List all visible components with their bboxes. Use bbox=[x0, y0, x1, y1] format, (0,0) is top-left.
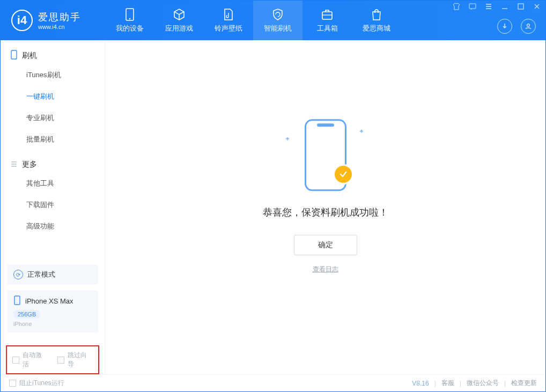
svg-point-5 bbox=[527, 24, 530, 27]
confirm-button[interactable]: 确定 bbox=[294, 235, 357, 255]
sidebar-item-batch-flash[interactable]: 批量刷机 bbox=[1, 129, 105, 150]
svg-rect-2 bbox=[322, 12, 332, 19]
minimize-icon[interactable] bbox=[500, 3, 509, 10]
header-actions bbox=[497, 19, 536, 34]
checkbox-block-itunes[interactable]: 阻止iTunes运行 bbox=[9, 379, 64, 388]
logo-icon: i4 bbox=[11, 10, 33, 31]
header-bar: i4 爱思助手 www.i4.cn 我的设备 应用游戏 铃声壁纸 智能刷机 工具… bbox=[1, 1, 545, 40]
sidebar-item-itunes-flash[interactable]: iTunes刷机 bbox=[1, 64, 105, 86]
nav-tab-apps-games[interactable]: 应用游戏 bbox=[154, 1, 204, 40]
svg-rect-6 bbox=[11, 50, 17, 59]
window-controls bbox=[452, 3, 541, 10]
music-file-icon bbox=[222, 8, 235, 21]
device-name: iPhone XS Max bbox=[25, 297, 73, 305]
nav-tabs: 我的设备 应用游戏 铃声壁纸 智能刷机 工具箱 爱思商城 bbox=[105, 1, 401, 40]
app-domain: www.i4.cn bbox=[38, 24, 81, 30]
nav-tab-my-device[interactable]: 我的设备 bbox=[105, 1, 154, 40]
status-link-update[interactable]: 检查更新 bbox=[511, 379, 537, 388]
success-illustration: ✦ ✦ bbox=[283, 119, 368, 194]
content-area: ✦ ✦ 恭喜您，保资料刷机成功啦！ 确定 查看日志 bbox=[105, 40, 545, 374]
sidebar-header-flash: 刷机 bbox=[1, 50, 105, 64]
main-area: 刷机 iTunes刷机 一键刷机 专业刷机 批量刷机 更多 其他工具 下载固件 … bbox=[1, 40, 545, 374]
briefcase-icon bbox=[320, 8, 334, 21]
checkbox-skip-guide[interactable]: 跳过向导 bbox=[57, 351, 93, 369]
device-card[interactable]: iPhone XS Max 256GB iPhone bbox=[7, 290, 98, 332]
svg-rect-7 bbox=[14, 296, 20, 305]
version-label: V8.16 bbox=[412, 380, 429, 387]
svg-rect-3 bbox=[469, 4, 476, 9]
shield-refresh-icon bbox=[271, 8, 285, 21]
svg-rect-4 bbox=[518, 4, 523, 9]
checkbox-icon bbox=[9, 380, 16, 387]
account-button[interactable] bbox=[521, 19, 536, 34]
logo-text: 爱思助手 www.i4.cn bbox=[38, 11, 81, 30]
phone-icon bbox=[10, 50, 18, 61]
status-bar: 阻止iTunes运行 V8.16 | 客服 | 微信公众号 | 检查更新 bbox=[1, 374, 545, 391]
sidebar-section-flash: 刷机 iTunes刷机 一键刷机 专业刷机 批量刷机 bbox=[1, 40, 105, 150]
tshirt-icon[interactable] bbox=[452, 3, 461, 10]
bag-icon bbox=[370, 8, 383, 21]
status-link-wechat[interactable]: 微信公众号 bbox=[467, 379, 499, 388]
svg-point-1 bbox=[129, 18, 130, 19]
mode-normal-icon: ⟳ bbox=[13, 270, 23, 279]
feedback-icon[interactable] bbox=[468, 3, 477, 10]
close-icon[interactable] bbox=[533, 3, 541, 10]
nav-tab-ringtones-wallpapers[interactable]: 铃声壁纸 bbox=[204, 1, 253, 40]
phone-icon bbox=[123, 8, 137, 21]
app-name: 爱思助手 bbox=[38, 11, 81, 24]
menu-icon[interactable] bbox=[484, 3, 493, 10]
device-sub: iPhone bbox=[13, 321, 92, 327]
device-cards: ⟳ 正常模式 iPhone XS Max 256GB iPhone bbox=[1, 259, 105, 339]
view-log-link[interactable]: 查看日志 bbox=[313, 265, 338, 274]
maximize-icon[interactable] bbox=[517, 3, 525, 10]
mode-label: 正常模式 bbox=[27, 270, 55, 279]
mode-card[interactable]: ⟳ 正常模式 bbox=[7, 264, 98, 285]
sidebar-item-one-click-flash[interactable]: 一键刷机 bbox=[1, 86, 105, 107]
sparkle-icon: ✦ bbox=[359, 128, 364, 135]
status-link-support[interactable]: 客服 bbox=[441, 379, 454, 388]
download-button[interactable] bbox=[497, 19, 512, 34]
sidebar: 刷机 iTunes刷机 一键刷机 专业刷机 批量刷机 更多 其他工具 下载固件 … bbox=[1, 40, 105, 374]
sidebar-item-other-tools[interactable]: 其他工具 bbox=[1, 173, 105, 194]
sidebar-item-download-firmware[interactable]: 下载固件 bbox=[1, 194, 105, 216]
logo-area: i4 爱思助手 www.i4.cn bbox=[1, 10, 105, 31]
highlight-options: 自动激活 跳过向导 bbox=[6, 345, 99, 374]
checkbox-icon bbox=[57, 357, 64, 364]
check-badge-icon bbox=[333, 164, 353, 184]
nav-tab-toolbox[interactable]: 工具箱 bbox=[302, 1, 352, 40]
device-storage: 256GB bbox=[13, 310, 40, 319]
checkbox-auto-activate[interactable]: 自动激活 bbox=[12, 351, 48, 369]
sidebar-header-more: 更多 bbox=[1, 160, 105, 173]
sparkle-icon: ✦ bbox=[285, 135, 290, 143]
list-icon bbox=[10, 160, 18, 169]
nav-tab-store[interactable]: 爱思商城 bbox=[352, 1, 401, 40]
sidebar-item-pro-flash[interactable]: 专业刷机 bbox=[1, 107, 105, 129]
sidebar-item-advanced[interactable]: 高级功能 bbox=[1, 216, 105, 237]
nav-tab-smart-flash[interactable]: 智能刷机 bbox=[253, 1, 302, 40]
checkbox-icon bbox=[12, 357, 19, 364]
sidebar-section-more: 更多 其他工具 下载固件 高级功能 bbox=[1, 150, 105, 237]
device-icon bbox=[13, 295, 21, 307]
success-message: 恭喜您，保资料刷机成功啦！ bbox=[263, 206, 388, 219]
cube-icon bbox=[172, 8, 186, 21]
